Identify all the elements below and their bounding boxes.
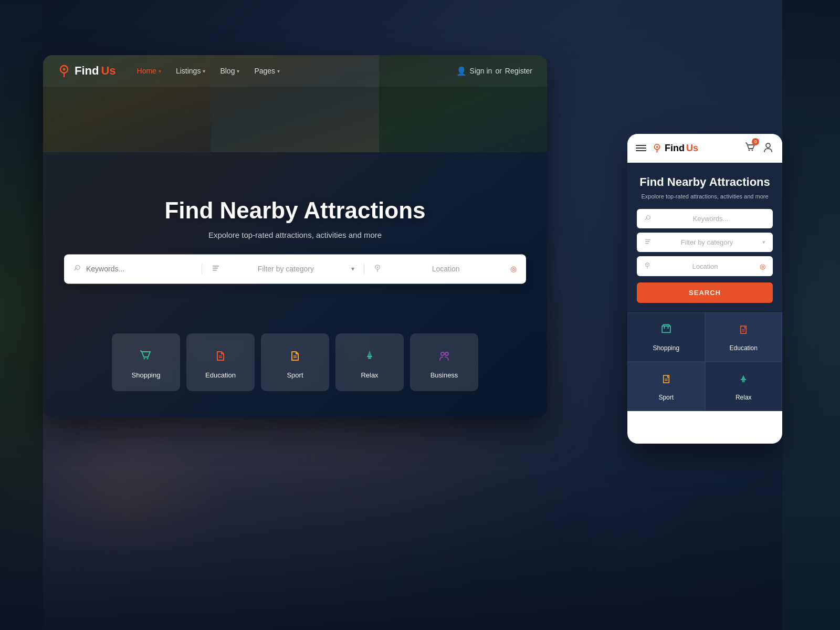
mobile-cat-education[interactable]: Education [705,312,783,362]
cart-count-badge: 0 [752,138,759,145]
relax-icon [360,346,380,366]
user-profile-button[interactable] [762,141,774,155]
mobile-cat-relax[interactable]: Relax [705,362,783,411]
user-icon: 👤 [456,66,467,76]
nav-home[interactable]: Home ▾ [137,67,161,75]
business-label: Business [430,371,458,379]
svg-rect-5 [213,269,217,271]
mobile-nav-icons: 0 [744,141,774,155]
svg-rect-27 [645,242,650,243]
mobile-sport-label: Sport [658,394,674,401]
mobile-search-icon [644,214,652,223]
category-shopping[interactable]: Shopping [112,333,180,391]
mobile-relax-icon [736,372,751,390]
svg-point-1 [63,68,66,71]
category-stack-icon [212,264,220,274]
svg-rect-16 [368,357,371,359]
keywords-input[interactable] [86,265,192,273]
svg-point-9 [144,358,145,359]
hamburger-line-1 [636,145,646,146]
svg-rect-4 [213,267,218,269]
logo-icon [58,64,72,78]
svg-point-30 [647,264,648,266]
mobile-category-field[interactable]: Filter by category ▾ [637,233,773,252]
svg-point-22 [749,150,750,151]
mobile-location-target: ◎ [760,262,765,270]
desktop-category-grid: Shopping Education [43,333,547,391]
category-label: Filter by category [224,265,347,273]
sign-in-link[interactable]: Sign in [470,67,492,75]
desktop-hero-subtitle: Expolore top-rated attractions, activiti… [43,230,547,239]
register-link[interactable]: Register [505,67,532,75]
desktop-hero-title: Find Nearby Attractions [43,197,547,224]
background-right-panel [782,0,840,630]
relax-label: Relax [361,371,378,379]
nav-blog[interactable]: Blog ▾ [220,67,239,75]
hamburger-line-2 [636,148,646,149]
mobile-logo-icon [653,143,663,153]
svg-rect-38 [741,379,747,380]
category-education[interactable]: Education [186,333,255,391]
location-icon [374,264,381,274]
mobile-location-field[interactable]: Location ◎ [637,256,773,276]
category-business[interactable]: Business [410,333,478,391]
mobile-search-form: Keywords... Filter by category ▾ [637,209,773,303]
listings-chevron: ▾ [203,68,205,74]
mobile-search-button[interactable]: SEARCH [637,282,773,303]
desktop-navbar: FindUs Home ▾ Listings ▾ Blog ▾ Pages ▾ … [43,55,547,87]
svg-point-7 [377,266,379,268]
svg-point-24 [766,143,770,148]
mobile-keywords-placeholder: Keywords... [656,215,765,223]
sport-icon [285,346,305,366]
sport-label: Sport [287,371,303,379]
mobile-category-chevron: ▾ [762,239,765,246]
mobile-logo-find: Find [665,143,685,154]
mobile-sport-icon [659,372,674,390]
nav-listings[interactable]: Listings ▾ [176,67,205,75]
desktop-logo[interactable]: FindUs [58,64,116,78]
category-sport[interactable]: Sport [261,333,329,391]
mobile-navbar: FindUs 0 [627,134,782,163]
location-target-icon: ◎ [510,265,517,273]
mobile-hero-title: Find Nearby Attractions [637,175,773,189]
svg-rect-39 [742,380,745,382]
hamburger-menu[interactable] [636,145,646,151]
mobile-location-placeholder: Location [655,262,755,270]
svg-point-20 [656,146,658,148]
category-relax[interactable]: Relax [335,333,404,391]
svg-rect-28 [645,243,649,244]
keywords-icon [74,264,82,274]
svg-point-25 [646,216,650,219]
desktop-category-field[interactable]: Filter by category ▾ [202,264,364,274]
logo-us: Us [101,64,116,78]
mobile-cat-sport[interactable]: Sport [627,362,705,411]
mobile-category-grid: Shopping Education [627,312,782,411]
mobile-cat-shopping[interactable]: Shopping [627,312,705,362]
mobile-card: FindUs 0 Find Nearby Attractions Expolor [627,134,782,444]
desktop-location-field[interactable]: Location ◎ [364,264,526,274]
mobile-shopping-label: Shopping [653,344,679,352]
background-bottom-fade [43,467,782,630]
svg-point-18 [445,352,448,355]
mobile-category-placeholder: Filter by category [656,238,758,246]
mobile-education-icon [736,322,751,340]
nav-links: Home ▾ Listings ▾ Blog ▾ Pages ▾ [137,67,456,75]
cart-button[interactable]: 0 [744,141,756,155]
svg-point-10 [147,358,149,359]
business-icon [434,346,454,366]
education-icon [211,346,230,366]
nav-pages[interactable]: Pages ▾ [254,67,280,75]
mobile-shopping-icon [659,322,674,340]
desktop-keywords-field[interactable] [64,264,202,274]
shopping-label: Shopping [132,371,161,379]
svg-rect-15 [367,356,372,357]
mobile-hero: Find Nearby Attractions Expolore top-rat… [627,163,782,312]
desktop-hero-content: Find Nearby Attractions Expolore top-rat… [43,197,547,284]
svg-point-17 [441,352,444,355]
mobile-keywords-field[interactable]: Keywords... [637,209,773,228]
mobile-logo-us: Us [686,143,698,154]
mobile-logo[interactable]: FindUs [653,143,738,154]
location-label: Location [385,265,506,273]
desktop-browser-card: FindUs Home ▾ Listings ▾ Blog ▾ Pages ▾ … [43,55,547,417]
mobile-hero-subtitle: Expolore top-rated attractions, activiti… [637,193,773,200]
